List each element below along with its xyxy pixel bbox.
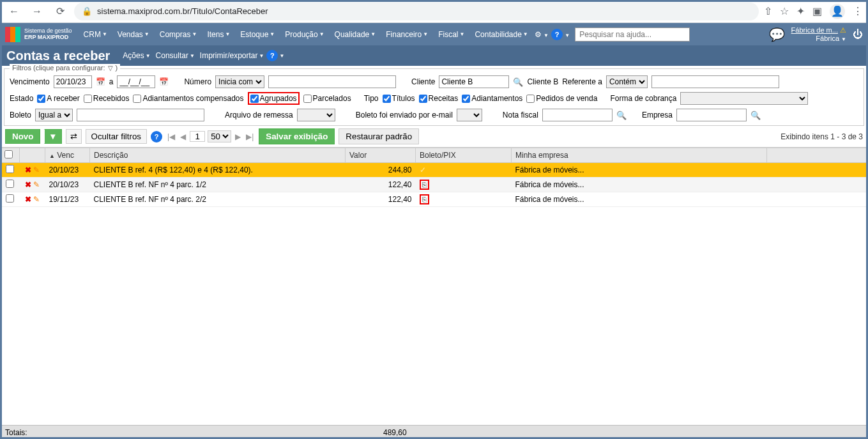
table-row[interactable]: ✖ ✎20/10/23CLIENTE B ref. NF nº 4 parc. … [1,178,868,192]
total-valor: 489,60 [383,428,407,437]
edit-icon[interactable]: ✎ [33,195,40,204]
ocultar-filtros-button[interactable]: Ocultar filtros [86,129,148,144]
novo-button[interactable]: Novo [5,129,40,144]
pager-last[interactable]: ▶| [245,132,255,141]
table-row[interactable]: ✖ ✎19/11/23CLIENTE B ref. NF nº 4 parc. … [1,192,868,207]
action-aes[interactable]: Ações ▼ [123,51,150,60]
search-icon[interactable]: 🔍 [616,111,627,120]
table-row[interactable]: ✖ ✎20/10/23CLIENTE B ref. 4 (R$ 122,40) … [1,163,868,178]
pager-first[interactable]: |◀ [166,132,176,141]
col-header-boleto[interactable]: Boleto/PIX [416,148,512,163]
chk-parcelados[interactable] [303,95,312,103]
copy-icon[interactable]: ⎘ [420,194,429,204]
gear-icon[interactable]: ⚙ ▼ [535,30,549,39]
menu-contabilidade[interactable]: Contabilidade ▼ [471,27,531,42]
menu-vendas[interactable]: Vendas ▼ [114,27,153,42]
search-help-input[interactable] [575,27,690,42]
bookmark-icon[interactable]: ☆ [780,5,789,17]
delete-icon[interactable]: ✖ [25,166,31,174]
menu-crm[interactable]: CRM ▼ [80,27,111,42]
delete-icon[interactable]: ✖ [25,195,31,204]
search-icon[interactable]: 🔍 [513,77,523,87]
salvar-exibicao-button[interactable]: Salvar exibição [259,128,335,144]
edit-icon[interactable]: ✎ [33,180,40,189]
email-label: Boleto foi enviado por e-mail [356,111,453,119]
restaurar-padrao-button[interactable]: Restaurar padrão [339,128,419,144]
pager-page-input[interactable] [190,131,205,142]
calendar-icon[interactable]: 📅 [159,77,169,86]
menu-itens[interactable]: Itens ▼ [203,27,234,42]
col-header-empresa[interactable]: Minha empresa [512,148,767,163]
reload-button[interactable]: ⟳ [51,3,69,20]
cliente-input[interactable] [439,75,509,88]
chk-adiantamentos[interactable] [462,95,470,103]
menu-fiscal[interactable]: Fiscal ▼ [434,27,468,42]
menu-produção[interactable]: Produção ▼ [281,27,328,42]
menu-icon[interactable]: ⋮ [853,5,863,17]
menu-financeiro[interactable]: Financeiro ▼ [382,27,432,42]
panel-icon[interactable]: ▣ [812,5,822,17]
share-icon[interactable]: ⇧ [764,5,772,17]
help-page[interactable]: ? ▼ [266,50,284,61]
extensions-icon[interactable]: ✦ [796,5,805,17]
edit-icon[interactable]: ✎ [33,166,40,174]
nota-input[interactable] [542,109,613,121]
url-text: sistema.maxiprod.com.br/Titulo/ContaRece… [97,6,268,16]
col-header-valor[interactable]: Valor [346,148,416,163]
arquivo-select[interactable] [297,109,335,121]
chk-adiant-comp[interactable] [133,95,141,103]
url-bar[interactable]: 🔒 sistema.maxiprod.com.br/Titulo/ContaRe… [74,3,759,20]
chk-a-receber[interactable] [37,95,45,103]
vencimento-from-input[interactable] [54,75,92,88]
numero-input[interactable] [268,75,396,88]
row-checkbox[interactable] [6,165,14,173]
power-icon[interactable]: ⏻ [853,29,863,40]
row-checkbox[interactable] [6,180,14,188]
logo[interactable]: Sistema de gestão ERP MAXIPROD [5,27,72,42]
chk-titulos[interactable] [383,95,391,103]
email-select[interactable] [457,109,482,121]
col-header-venc[interactable]: ▲ Venc [45,148,90,163]
help-icon[interactable]: ? [151,131,162,142]
pager-size-select[interactable]: 50 [208,130,231,142]
back-button[interactable]: ← [5,3,23,20]
select-all-checkbox[interactable] [4,150,13,158]
action-imprimirexportar[interactable]: Imprimir/exportar ▼ [200,51,264,60]
cell-desc: CLIENTE B ref. 4 (R$ 122,40) e 4 (R$ 122… [90,163,346,178]
novo-dropdown[interactable]: ▼ [44,129,61,144]
copy-icon[interactable]: ⎘ [420,180,429,190]
row-checkbox[interactable] [6,194,14,203]
chk-pedidos[interactable] [526,95,535,103]
menu-qualidade[interactable]: Qualidade ▼ [331,27,380,42]
search-icon[interactable]: 🔍 [750,111,761,120]
vencimento-to-input[interactable] [117,75,155,88]
delete-icon[interactable]: ✖ [25,180,31,189]
forward-button[interactable]: → [28,3,46,20]
menu-estoque[interactable]: Estoque ▼ [236,27,278,42]
cell-desc: CLIENTE B ref. NF nº 4 parc. 2/2 [90,192,346,207]
numero-op-select[interactable]: Inicia com [215,75,264,88]
menu-compras[interactable]: Compras ▼ [156,27,201,42]
empresa-input[interactable] [676,109,747,121]
pager-next[interactable]: ▶ [234,132,242,141]
referente-op-select[interactable]: Contém [606,75,648,88]
referente-input[interactable] [651,75,779,88]
refresh-button[interactable]: ⇄ [66,129,82,144]
chk-agrupados[interactable] [250,95,259,103]
cell-valor: 122,40 [346,178,416,192]
vencimento-label: Vencimento [10,77,50,86]
profile-icon[interactable]: 👤 [830,4,845,19]
boleto-input[interactable] [77,109,204,121]
user-link[interactable]: Fábrica de m... [791,26,838,34]
action-consultar[interactable]: Consultar ▼ [156,51,195,60]
chat-icon[interactable]: 💬 [769,27,785,42]
boleto-op-select[interactable]: Igual a [35,109,73,121]
help-menu[interactable]: ? ▼ [551,29,570,40]
chk-recebidos[interactable] [84,95,92,103]
forma-select[interactable] [680,92,808,105]
chk-receitas[interactable] [419,95,427,103]
pager-prev[interactable]: ◀ [179,132,187,141]
filters-legend[interactable]: Filtros (clique para configurar: ▽ ) [10,64,120,72]
calendar-icon[interactable]: 📅 [96,77,105,86]
col-header-desc[interactable]: Descrição [90,148,346,163]
